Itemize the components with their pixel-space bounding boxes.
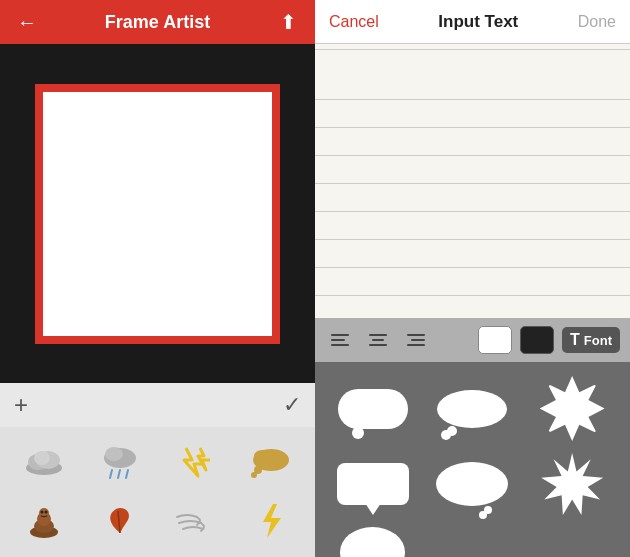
align-left-button[interactable]: [325, 327, 355, 353]
sticker-leaf[interactable]: [86, 495, 154, 547]
bottom-toolbar: + ✓: [0, 383, 315, 427]
bubble-oval: [436, 462, 508, 506]
bubble-grid: [315, 362, 630, 557]
sticker-cloud-speech[interactable]: [237, 437, 305, 487]
right-panel: Cancel Input Text Done T Font: [315, 0, 630, 557]
bubble-tall-item[interactable]: [329, 527, 417, 557]
svg-point-10: [254, 450, 270, 462]
svg-point-17: [40, 511, 43, 514]
svg-point-5: [105, 447, 123, 461]
bubble-oval-item[interactable]: [429, 453, 517, 515]
svg-line-8: [126, 470, 128, 478]
sticker-rain[interactable]: [86, 437, 154, 487]
formatting-bar: T Font: [315, 318, 630, 362]
bubble-empty-3: [528, 527, 616, 557]
font-label: Font: [584, 333, 612, 348]
bubble-empty-2: [429, 527, 517, 557]
left-header: ← Frame Artist ⬆: [0, 0, 315, 44]
color-black-button[interactable]: [520, 326, 554, 354]
bubble-rect: [337, 463, 409, 505]
bubble-starburst: [541, 453, 603, 515]
lined-paper: [315, 44, 630, 318]
bubble-thought: [437, 390, 507, 428]
bubble-rect-item[interactable]: [329, 453, 417, 515]
bubble-round-item[interactable]: [329, 376, 417, 441]
done-button[interactable]: Done: [578, 13, 616, 31]
text-input-area[interactable]: [315, 44, 630, 318]
left-panel: ← Frame Artist ⬆ + ✓: [0, 0, 315, 557]
app-title: Frame Artist: [42, 12, 273, 33]
sticker-lightning[interactable]: [162, 437, 230, 487]
bubble-starburst-item[interactable]: [528, 453, 616, 515]
font-button[interactable]: T Font: [562, 327, 620, 353]
color-white-button[interactable]: [478, 326, 512, 354]
bubble-tall: [340, 527, 405, 557]
back-button[interactable]: ←: [12, 11, 42, 34]
svg-point-12: [251, 472, 257, 478]
svg-point-18: [44, 511, 47, 514]
sticker-wind[interactable]: [162, 495, 230, 547]
bubble-spiky-item[interactable]: [528, 376, 616, 441]
cancel-button[interactable]: Cancel: [329, 13, 379, 31]
right-header: Cancel Input Text Done: [315, 0, 630, 44]
bubble-spiky: [540, 376, 605, 441]
align-center-button[interactable]: [363, 327, 393, 353]
svg-line-6: [110, 470, 112, 478]
add-button[interactable]: +: [14, 391, 28, 419]
font-icon: T: [570, 331, 580, 349]
sticker-grid: [0, 427, 315, 557]
sticker-poop[interactable]: [10, 495, 78, 547]
sticker-bolt[interactable]: [237, 495, 305, 547]
canvas-area: [0, 44, 315, 383]
frame-canvas: [35, 84, 280, 344]
svg-point-3: [34, 451, 50, 465]
svg-marker-20: [263, 504, 281, 538]
confirm-button[interactable]: ✓: [283, 392, 301, 418]
align-right-button[interactable]: [401, 327, 431, 353]
share-button[interactable]: ⬆: [273, 10, 303, 34]
sticker-fog[interactable]: [10, 437, 78, 487]
input-text-title: Input Text: [438, 12, 518, 32]
bubble-round: [338, 389, 408, 429]
svg-line-7: [118, 470, 120, 478]
bubble-thought-item[interactable]: [429, 376, 517, 441]
